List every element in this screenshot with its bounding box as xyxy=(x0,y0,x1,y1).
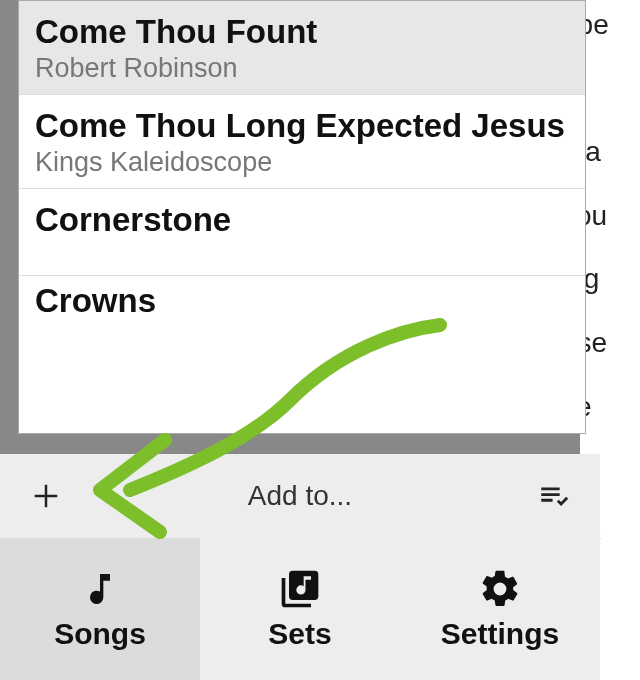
add-to-label[interactable]: Add to... xyxy=(64,480,536,512)
song-title: Come Thou Long Expected Jesus xyxy=(35,107,569,145)
list-item[interactable]: Come Thou Fount Robert Robinson xyxy=(19,1,585,94)
nav-label: Songs xyxy=(54,617,146,651)
song-title: Come Thou Fount xyxy=(35,13,569,51)
plus-icon xyxy=(31,481,61,511)
list-item[interactable]: Come Thou Long Expected Jesus Kings Kale… xyxy=(19,94,585,188)
song-list-panel: Come Thou Fount Robert Robinson Come Tho… xyxy=(18,0,586,434)
playlist-check-button[interactable] xyxy=(536,478,572,514)
playlist-check-icon xyxy=(537,479,571,513)
nav-label: Sets xyxy=(268,617,331,651)
list-item[interactable]: Cornerstone xyxy=(19,188,585,275)
tab-settings[interactable]: Settings xyxy=(400,538,600,680)
tab-sets[interactable]: Sets xyxy=(200,538,400,680)
bottom-nav: Songs Sets Settings xyxy=(0,538,600,680)
tab-songs[interactable]: Songs xyxy=(0,538,200,680)
library-music-icon xyxy=(278,567,322,611)
add-to-toolbar: Add to... xyxy=(0,454,600,538)
list-item[interactable]: Crowns xyxy=(19,275,585,330)
song-title: Cornerstone xyxy=(35,201,569,239)
add-button[interactable] xyxy=(28,478,64,514)
song-artist: Robert Robinson xyxy=(35,53,569,84)
song-artist: Kings Kaleidoscope xyxy=(35,147,569,178)
song-title: Crowns xyxy=(35,282,569,320)
gear-icon xyxy=(478,567,522,611)
nav-label: Settings xyxy=(441,617,559,651)
music-note-icon xyxy=(78,567,122,611)
